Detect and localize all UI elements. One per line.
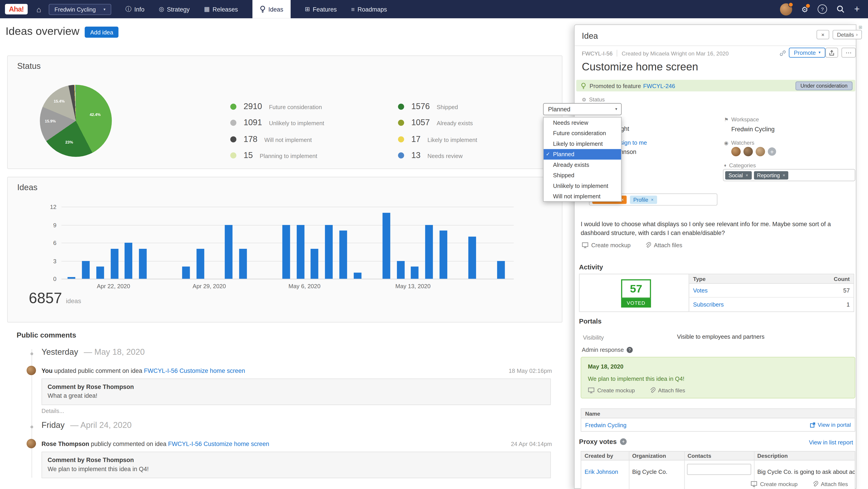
comment-idea-link[interactable]: FWCYL-I-56 Customize home screen — [168, 440, 269, 447]
option-label: Planned — [553, 151, 574, 157]
bar — [354, 273, 362, 279]
status-option[interactable]: Shipped — [544, 170, 621, 180]
idea-tag-label: Profile — [633, 197, 648, 203]
comment-line: Rose Thompsonpublicly commented on ideaF… — [41, 440, 269, 447]
categories-icon: ♦ — [724, 163, 726, 168]
vote-badge[interactable]: 57 VOTED — [621, 279, 651, 308]
vote-count: 57 — [621, 279, 651, 299]
promoted-feature-link[interactable]: FWCYL-246 — [643, 82, 675, 89]
features-icon: ⊞ — [305, 5, 310, 13]
add-proxy-vote-icon[interactable]: + — [620, 438, 627, 445]
add-idea-button[interactable]: Add idea — [85, 27, 119, 37]
paperclip-icon — [649, 387, 655, 393]
attach-files-button[interactable]: Attach files — [645, 241, 682, 248]
create-mockup-button[interactable]: Create mockup — [582, 241, 631, 248]
subscribers-link[interactable]: Subscribers — [689, 301, 724, 308]
watchers-field-label: ◉ Watchers — [724, 140, 754, 146]
x-tick-label: May 6, 2020 — [277, 283, 332, 289]
option-label: Needs review — [553, 119, 588, 126]
votes-link[interactable]: Votes — [689, 287, 707, 294]
proxy-created-by-link[interactable]: Erik Johnson — [585, 468, 618, 475]
bar — [339, 231, 347, 279]
legend-item: 2910 Future consideration — [230, 102, 322, 111]
attach-files-button[interactable]: Attach files — [812, 480, 848, 487]
option-label: Already exists — [553, 161, 589, 168]
nav-item-features[interactable]: ⊞ Features — [305, 0, 337, 18]
comment-actor: Rose Thompson — [41, 440, 89, 447]
remove-tag-icon[interactable]: × — [746, 173, 748, 177]
y-tick-label: 3 — [41, 257, 57, 264]
admin-response-label: Admin response ? — [582, 346, 633, 353]
more-options-button[interactable]: ⋯ — [841, 48, 856, 58]
promote-label: Promote — [794, 49, 816, 56]
workspace-selector[interactable]: Fredwin Cycling ▾ — [49, 4, 111, 15]
proxy-col-organization: Organization — [632, 453, 666, 459]
bar — [282, 225, 290, 279]
divider — [575, 46, 856, 46]
help-icon[interactable]: ? — [817, 4, 827, 14]
attach-files-button[interactable]: Attach files — [649, 387, 685, 393]
home-icon[interactable]: ⌂ — [36, 5, 41, 13]
contacts-input[interactable] — [687, 464, 751, 475]
created-meta: Created by Micaela Wright on Mar 16, 202… — [622, 51, 729, 57]
create-mockup-button[interactable]: Create mockup — [588, 387, 635, 393]
nav-item-ideas[interactable]: Ideas — [252, 0, 290, 18]
user-avatar[interactable] — [780, 3, 792, 15]
status-select[interactable]: Planned ▾ — [543, 103, 622, 115]
create-mockup-button[interactable]: Create mockup — [751, 480, 798, 487]
link-icon[interactable] — [779, 50, 786, 56]
proxy-votes-title: Proxy votes — [579, 438, 617, 445]
view-in-portal-link[interactable]: View in portal — [810, 422, 855, 428]
add-watcher-button[interactable]: + — [768, 147, 776, 156]
nav-item-releases[interactable]: ▦ Releases — [204, 0, 238, 18]
comment-day-header: Friday — April 24, 2020 — [41, 420, 132, 429]
aha-logo[interactable]: Aha! — [5, 4, 28, 15]
share-button[interactable] — [826, 48, 838, 58]
status-label-text: Status — [589, 96, 605, 103]
legend-label: Already exists — [437, 120, 473, 126]
remove-tag-icon[interactable]: × — [782, 173, 785, 177]
remove-tag-icon[interactable]: × — [651, 197, 653, 202]
comment-avatar — [27, 439, 36, 449]
admin-response-text: Admin response — [582, 346, 624, 353]
legend-count: 1057 — [411, 117, 430, 127]
col-divider — [684, 452, 685, 489]
details-link[interactable]: Details... — [41, 407, 64, 414]
status-option[interactable]: Future consideration — [544, 128, 621, 138]
comment-idea-link[interactable]: FWCYL-I-56 Customize home screen — [144, 368, 245, 374]
status-option[interactable]: Already exists — [544, 160, 621, 170]
legend-item: 1057 Already exists — [398, 117, 473, 127]
pie-label: 15.4% — [54, 99, 65, 103]
proxy-col-description: Description — [757, 453, 788, 459]
nav-item-roadmaps[interactable]: ≡ Roadmaps — [351, 0, 387, 18]
legend-dot — [230, 136, 236, 142]
promote-button[interactable]: Promote ▾ — [789, 48, 826, 58]
remove-tag-icon[interactable]: × — [621, 197, 624, 202]
nav-item-strategy[interactable]: ◎ Strategy — [159, 0, 189, 18]
status-select-value: Planned — [548, 106, 570, 113]
add-icon[interactable]: + — [854, 4, 860, 15]
workspace-value: Fredwin Cycling — [731, 126, 775, 133]
question-icon[interactable]: ? — [626, 347, 632, 353]
status-option[interactable]: Will not implement — [544, 191, 621, 201]
idea-ref: FWCYL-I-56 — [582, 51, 613, 57]
bar — [125, 243, 132, 279]
categories-field[interactable]: Social × Reporting × — [723, 169, 855, 181]
option-label: Shipped — [553, 172, 574, 178]
status-option-selected[interactable]: ✓ Planned — [544, 149, 621, 160]
bar — [397, 261, 404, 279]
visibility-value: Visible to employees and partners — [677, 333, 765, 340]
settings-gear-icon[interactable]: ⚙ — [801, 5, 808, 13]
status-option[interactable]: Needs review — [544, 117, 621, 128]
option-label: Will not implement — [553, 193, 600, 199]
details-button[interactable]: Details › — [833, 30, 862, 39]
search-icon[interactable] — [837, 5, 845, 13]
view-in-list-report-link[interactable]: View in list report — [809, 439, 853, 445]
status-option[interactable]: Likely to implement — [544, 138, 621, 149]
portal-name-link[interactable]: Fredwin Cycling — [581, 421, 626, 428]
details-button-label: Details — [837, 32, 854, 38]
close-button[interactable]: × — [816, 30, 829, 39]
nav-item-info[interactable]: ⓘ Info — [126, 0, 145, 18]
legend-count: 1091 — [244, 117, 262, 127]
status-option[interactable]: Unlikely to implement — [544, 180, 621, 191]
